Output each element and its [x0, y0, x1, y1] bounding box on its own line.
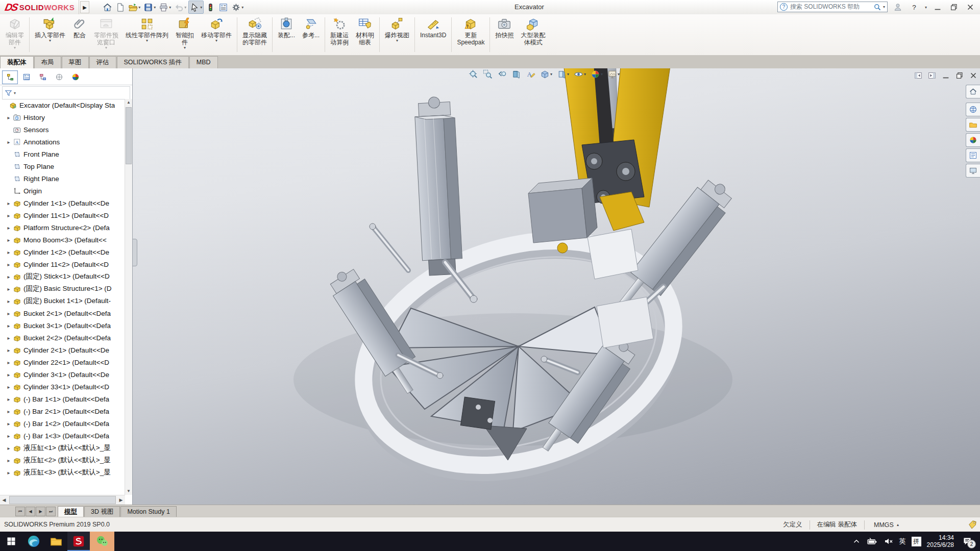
panel-tab-dimxpert[interactable] [51, 70, 67, 84]
dropdown-arrow-icon[interactable]: ▾ [550, 72, 552, 77]
tree-row[interactable]: ▸Cylinder 33<1> (Default<<D [0, 381, 125, 393]
scrollbar-thumb[interactable] [9, 496, 116, 504]
search-input[interactable]: ? 搜索 SOLIDWORKS 帮助 ▾ [777, 2, 888, 12]
tree-row[interactable]: ▸History [0, 111, 125, 123]
scroll-right-icon[interactable]: ▶ [117, 497, 125, 503]
tree-row[interactable]: ▸(-) Bar 1<1> (Default<<Defa [0, 393, 125, 405]
tree-row[interactable]: ▸液压缸<3> (默认<<默认>_显 [0, 466, 125, 479]
tree-row[interactable]: ▸Cylinder 1<2> (Default<<De [0, 246, 125, 258]
explorer-taskbar-button[interactable] [45, 532, 67, 551]
expand-arrow-icon[interactable]: ▸ [5, 470, 12, 475]
tree-row[interactable]: ▸Cylinder 11<2> (Default<<D [0, 258, 125, 270]
dropdown-arrow-icon[interactable]: ▾ [396, 39, 398, 44]
dropdown-arrow-icon[interactable]: ▾ [925, 5, 927, 10]
scene-button[interactable]: ▾ [607, 69, 620, 79]
tp-appearance-button[interactable] [966, 133, 980, 147]
restore-button[interactable] [954, 70, 965, 81]
print-button[interactable]: ▾ [158, 1, 172, 13]
tree-row[interactable]: Sensors [0, 123, 125, 136]
expand-arrow-icon[interactable]: ▸ [5, 139, 12, 145]
expand-arrow-icon[interactable]: ▸ [5, 409, 12, 414]
tree-row[interactable]: Front Plane [0, 148, 125, 160]
tree-row[interactable]: ▸液压缸<1> (默认<<默认>_显 [0, 442, 125, 454]
annotation-button[interactable]: A [526, 69, 535, 79]
new-doc-button[interactable] [114, 1, 126, 13]
tree-horizontal-scrollbar[interactable]: ◀ ▶ [0, 495, 125, 505]
model-tab[interactable]: 3D 视图 [84, 506, 120, 517]
tree-row[interactable]: ▸Cylinder 2<1> (Default<<De [0, 344, 125, 356]
scroll-left-icon[interactable]: ◀ [0, 497, 8, 503]
action-center-icon[interactable]: 2 [960, 534, 975, 549]
ribbon-button[interactable]: 配合 [69, 14, 90, 55]
expand-arrow-icon[interactable]: ▸ [5, 360, 12, 365]
open-button[interactable]: ▾ [127, 1, 141, 13]
dropdown-arrow-icon[interactable]: ▾ [105, 46, 107, 51]
tree-row[interactable]: ▸Bucket 2<2> (Default<<Defa [0, 332, 125, 344]
expand-arrow-icon[interactable]: ▸ [5, 286, 12, 292]
graphics-area[interactable]: A▾▾▾▾▾ [0, 68, 980, 505]
tree-row[interactable]: ▸(-) Bar 2<1> (Default<<Defa [0, 405, 125, 417]
help-button[interactable]: ? [909, 2, 920, 12]
tab-cmd-2[interactable]: 草图 [62, 56, 89, 68]
panel-tab-displaymanager[interactable] [67, 70, 83, 84]
dropdown-arrow-icon[interactable]: ▾ [14, 46, 16, 51]
tree-row[interactable]: Right Plane [0, 172, 125, 185]
ribbon-button[interactable]: 移动零部件▾ [198, 14, 235, 55]
ribbon-button[interactable]: Instant3D [416, 14, 450, 55]
display-style-button[interactable]: ▾ [540, 69, 552, 79]
ribbon-button[interactable]: 线性零部件阵列▾ [122, 14, 172, 55]
scroll-up-icon[interactable]: ▲ [125, 99, 132, 106]
expand-arrow-icon[interactable]: ▸ [5, 237, 12, 243]
tp-props-button[interactable] [966, 148, 980, 162]
dropdown-arrow-icon[interactable]: ▾ [169, 5, 171, 10]
panel-tab-featuremanager[interactable] [2, 70, 18, 84]
settings-button[interactable]: ▾ [230, 1, 244, 13]
ime-lang-label[interactable]: 英 [899, 537, 906, 546]
expand-arrow-icon[interactable]: ▸ [5, 323, 12, 329]
ribbon-button[interactable]: 显示隐藏的零部件 [239, 14, 271, 55]
tab-scroll-button[interactable]: ⏮ [15, 507, 25, 516]
undo-button[interactable]: ▾ [173, 1, 187, 13]
hide-show-button[interactable]: ▾ [574, 69, 586, 79]
tag-icon[interactable] [968, 520, 977, 529]
expand-arrow-icon[interactable]: ▸ [5, 201, 12, 206]
tp-screen-button[interactable] [966, 164, 980, 178]
dropdown-arrow-icon[interactable]: ▾ [184, 5, 186, 10]
ime-pinyin-badge[interactable]: 拼 [912, 537, 921, 546]
tree-root-row[interactable]: Excavator (Default<Display Sta [0, 99, 125, 111]
tree-row[interactable]: ▸Cylinder 22<1> (Default<<D [0, 356, 125, 368]
tree-row[interactable]: Origin [0, 185, 125, 197]
dropdown-arrow-icon[interactable]: ▾ [601, 72, 603, 77]
restore-button[interactable] [948, 2, 960, 12]
expand-arrow-icon[interactable]: ▸ [5, 311, 12, 316]
ribbon-button[interactable]: 零部件预览窗口▾ [90, 14, 122, 55]
view-orientation-button[interactable]: ▾ [557, 69, 569, 79]
expand-arrow-icon[interactable]: ▸ [5, 421, 12, 427]
expand-arrow-icon[interactable]: ▸ [5, 274, 12, 280]
scroll-down-icon[interactable]: ▼ [125, 488, 132, 495]
edge-taskbar-button[interactable] [22, 532, 45, 551]
expand-arrow-icon[interactable]: ▸ [5, 433, 12, 439]
logo-flyout-arrow[interactable]: ▶ [80, 1, 89, 13]
tab-assembly[interactable]: 装配体 [0, 56, 34, 68]
section-view-button[interactable] [511, 69, 521, 79]
model-tab[interactable]: 模型 [58, 506, 84, 517]
dropdown-arrow-icon[interactable]: ▾ [618, 72, 620, 77]
ribbon-button[interactable]: 爆炸视图▾ [381, 14, 413, 55]
expand-arrow-icon[interactable]: ▸ [5, 298, 12, 304]
expand-arrow-icon[interactable]: ▸ [5, 225, 12, 231]
panel-tab-configurations[interactable] [35, 70, 51, 84]
wechat-taskbar-button[interactable] [90, 532, 114, 551]
expand-arrow-icon[interactable]: ▸ [5, 372, 12, 378]
taskbar-clock[interactable]: 14:34 2025/6/28 [927, 534, 954, 548]
battery-icon[interactable] [867, 536, 878, 546]
tab-cmd-3[interactable]: 评估 [89, 56, 116, 68]
pane-right-button[interactable] [926, 70, 938, 81]
dropdown-arrow-icon[interactable]: ▾ [567, 72, 569, 77]
tab-cmd-4[interactable]: SOLIDWORKS 插件 [117, 56, 189, 68]
start-taskbar-button[interactable] [0, 532, 22, 551]
tree-row[interactable]: ▸(固定) Bucket 1<1> (Default- [0, 295, 125, 307]
ribbon-button[interactable]: 智能扣件▾ [172, 14, 198, 55]
expand-arrow-icon[interactable]: ▸ [5, 335, 12, 341]
select-button[interactable]: ▾ [188, 1, 204, 14]
